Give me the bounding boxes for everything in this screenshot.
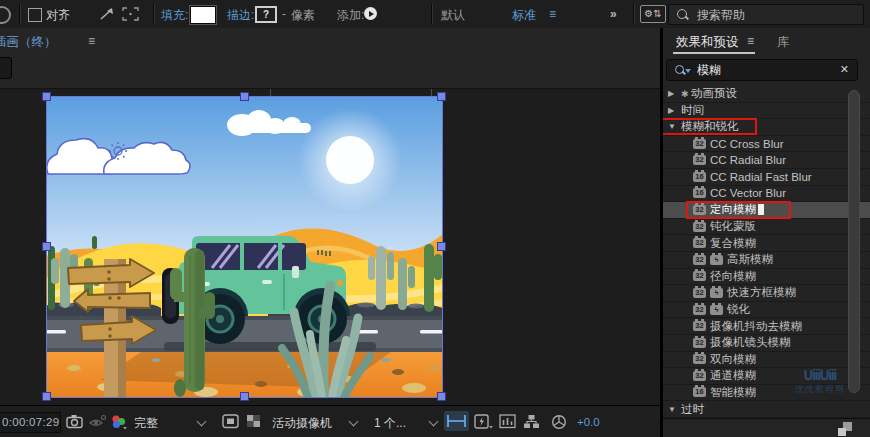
fill-label[interactable]: 填充:	[161, 7, 188, 24]
bit-depth-badge-16: 16	[693, 188, 706, 198]
collapse-arrow-icon[interactable]: ▼	[668, 405, 677, 414]
tab-composition[interactable]: 插画（终）	[0, 34, 57, 51]
expand-arrow-icon[interactable]: ▶	[668, 89, 677, 98]
camera-view-dropdown[interactable]: 活动摄像机	[268, 413, 362, 431]
category-label: 模糊和锐化	[681, 119, 739, 134]
effects-search-row: ✕	[663, 56, 870, 86]
effects-category-row[interactable]: ▼过时	[663, 401, 870, 418]
snapshot-camera-icon[interactable]	[66, 414, 84, 429]
composition-substrip	[0, 55, 660, 88]
composition-viewer[interactable]	[0, 88, 660, 406]
selection-handle[interactable]	[42, 92, 51, 101]
effect-item[interactable]: 32双向模糊	[663, 352, 870, 369]
workspace-menu-icon[interactable]: ≡	[549, 7, 556, 21]
selection-handle[interactable]	[240, 392, 249, 401]
effect-item[interactable]: 16CC Radial Fast Blur	[663, 169, 870, 186]
resolution-dropdown[interactable]: 完整	[130, 413, 210, 431]
reset-exposure-icon[interactable]	[551, 414, 567, 430]
effect-item[interactable]: 32CC Cross Blur	[663, 136, 870, 153]
channel-rgb-icon[interactable]	[110, 414, 128, 430]
exposure-value[interactable]: +0.0	[577, 416, 600, 428]
effects-search-field[interactable]: ✕	[666, 59, 858, 81]
bit-depth-badge-32: 32	[693, 155, 706, 165]
effect-item[interactable]: 32CC Radial Blur	[663, 152, 870, 169]
selection-handle[interactable]	[240, 92, 249, 101]
bit-depth-badge-16: 16	[693, 172, 706, 182]
after-effects-window: 对齐 填充: 描边: ? - 像素 添加: 默认 标准 ≡ » ⚙⇅ 插画（	[0, 0, 870, 437]
selection-handle[interactable]	[437, 242, 446, 251]
workspace-default[interactable]: 默认	[441, 7, 465, 24]
show-snapshot-eye-icon[interactable]	[88, 414, 107, 429]
free-transform-icon[interactable]	[122, 7, 139, 21]
region-of-interest-icon[interactable]	[222, 414, 240, 429]
workspace-standard[interactable]: 标准	[512, 7, 536, 24]
clipped-tab[interactable]	[0, 57, 12, 79]
panel-menu-icon[interactable]: ≡	[88, 34, 95, 48]
help-search-input[interactable]	[695, 5, 859, 24]
selection-handle[interactable]	[42, 392, 51, 401]
selection-handle[interactable]	[437, 92, 446, 101]
effects-scrollbar[interactable]	[848, 90, 860, 393]
effect-item[interactable]: 32通道模糊	[663, 368, 870, 385]
effects-category-row[interactable]: ▶时间	[663, 103, 870, 120]
overflow-chevrons[interactable]: »	[610, 7, 617, 21]
effect-item[interactable]: 32摄像机镜头模糊	[663, 335, 870, 352]
guide-tick	[431, 88, 432, 96]
stroke-color-swatch[interactable]: ?	[255, 6, 277, 23]
workspace-settings-icon[interactable]: ⚙⇅	[640, 5, 666, 23]
effect-item[interactable]: 32ϟ高斯模糊	[663, 252, 870, 269]
gpu-accelerated-badge: ϟ	[710, 288, 723, 298]
pixel-aspect-toggle[interactable]	[444, 411, 469, 431]
effect-label: 摄像机镜头模糊	[710, 335, 791, 350]
effects-search-input[interactable]	[695, 61, 839, 79]
effect-item[interactable]: 32钝化蒙版	[663, 219, 870, 236]
text-cursor	[758, 204, 764, 215]
effect-label: 钝化蒙版	[710, 219, 756, 234]
effect-item[interactable]: 32ϟ快速方框模糊	[663, 285, 870, 302]
timecode-field[interactable]: 0:00:07:29	[0, 412, 61, 433]
search-options-caret[interactable]	[685, 69, 691, 73]
help-search-field[interactable]	[668, 4, 864, 25]
stroke-label[interactable]: 描边:	[227, 7, 254, 24]
effect-item[interactable]: 16CC Vector Blur	[663, 186, 870, 203]
separator	[153, 4, 155, 24]
bit-depth-badge-32: 32	[693, 305, 706, 315]
bit-depth-badge-32: 32	[693, 271, 706, 281]
category-label: 动画预设	[691, 86, 737, 101]
tab-effects-presets[interactable]: 效果和预设	[676, 34, 739, 51]
expand-arrow-icon[interactable]: ▶	[668, 106, 677, 115]
panel-corner-icon[interactable]	[838, 422, 852, 436]
effect-item[interactable]: 16智能模糊	[663, 385, 870, 402]
tab-library[interactable]: 库	[777, 34, 790, 51]
selection-arrow-icon[interactable]	[99, 7, 115, 21]
gpu-accelerated-badge: ϟ	[710, 255, 723, 265]
guide-tick	[270, 88, 271, 96]
collapse-arrow-icon[interactable]: ▼	[668, 122, 677, 131]
effect-item[interactable]: 32定向模糊	[663, 202, 870, 219]
search-icon	[675, 65, 684, 74]
selection-handle[interactable]	[437, 392, 446, 401]
effect-item[interactable]: 32ϟ锐化	[663, 302, 870, 319]
fill-color-swatch[interactable]	[190, 6, 216, 24]
bit-depth-badge-32: 32	[693, 139, 706, 149]
effect-item[interactable]: 32摄像机抖动去模糊	[663, 318, 870, 335]
timeline-icon[interactable]	[499, 414, 516, 429]
effect-item[interactable]: 32复合模糊	[663, 235, 870, 252]
selection-handle[interactable]	[42, 242, 51, 251]
illustration-layer[interactable]	[46, 96, 443, 398]
bit-depth-badge-32: 32	[693, 222, 706, 232]
effects-category-row[interactable]: ▼模糊和锐化	[663, 119, 870, 136]
effects-category-row[interactable]: ▶✱动画预设	[663, 86, 870, 103]
flowchart-icon[interactable]	[523, 414, 540, 429]
clear-search-icon[interactable]: ✕	[840, 63, 849, 76]
bit-depth-badge-32: 32	[693, 338, 706, 348]
view-layout-dropdown[interactable]: 1 个...	[370, 413, 442, 431]
effect-item[interactable]: 32径向模糊	[663, 269, 870, 286]
add-shape-button[interactable]	[364, 7, 377, 20]
snap-checkbox[interactable]	[28, 8, 42, 22]
panel-menu-icon[interactable]: ≡	[747, 34, 754, 48]
transparency-grid-icon[interactable]	[246, 414, 262, 429]
snap-label: 对齐	[46, 7, 70, 24]
bit-depth-badge-32: 32	[693, 321, 706, 331]
fast-previews-icon[interactable]	[474, 414, 493, 430]
